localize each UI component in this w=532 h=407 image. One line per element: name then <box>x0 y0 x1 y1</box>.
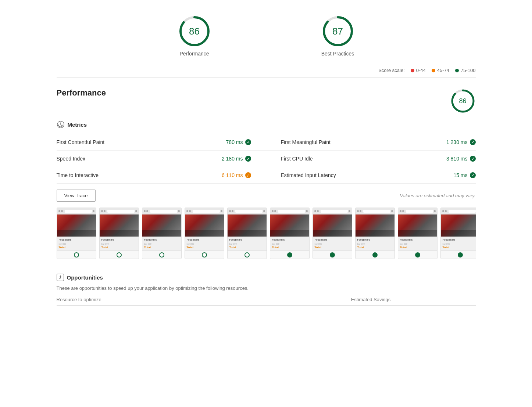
thumb-browser-bar <box>57 208 96 215</box>
si-value: 2 180 ms <box>222 156 251 162</box>
browser-dot <box>61 210 63 212</box>
fmp-value: 1 230 ms <box>446 139 476 145</box>
metrics-heading: Metrics <box>57 120 476 129</box>
red-range: 0-44 <box>416 68 426 73</box>
filmstrip-thumb-6: Foodbikers bar 300 Total 15ms 2000ms <box>270 208 310 259</box>
opp-col-savings: Estimated Savings <box>266 297 476 302</box>
filmstrip-thumb-1: Foodbikers bar 300 Total 15ms 2000ms <box>57 208 96 259</box>
fci-value: 3 810 ms <box>446 156 476 162</box>
metric-first-cpu-idle: First CPU Idle 3 810 ms <box>266 151 476 167</box>
performance-section-title: Performance <box>57 88 106 98</box>
thumb-img <box>57 215 96 237</box>
orange-range: 45-74 <box>437 68 449 73</box>
top-scores: 86 Performance 87 Best Practices <box>57 7 476 68</box>
opportunities-heading: ⤴ Opportunities <box>57 274 476 281</box>
browser-dot <box>58 210 60 212</box>
best-practices-score-label: Best Practices <box>321 51 354 57</box>
fci-label: First CPU Idle <box>281 156 313 162</box>
metric-first-meaningful-paint: First Meaningful Paint 1 230 ms <box>266 134 476 151</box>
metric-first-contentful-paint: First Contentful Paint 780 ms <box>57 134 266 151</box>
eil-label: Estimated Input Latency <box>281 172 336 178</box>
scale-green: 75-100 <box>455 68 475 73</box>
performance-section-score-value: 86 <box>459 97 466 105</box>
browser-dot <box>93 210 94 212</box>
score-scale: Score scale: 0-44 45-74 75-100 <box>57 68 476 78</box>
filmstrip-thumb-9: Foodbikers bar 300 Total 15ms 2000ms <box>398 208 438 259</box>
performance-score-item: 86 Performance <box>178 15 211 57</box>
eil-check-icon <box>470 172 476 178</box>
fcp-label: First Contentful Paint <box>57 139 105 145</box>
fci-check-icon <box>470 156 476 162</box>
metrics-icon <box>57 120 65 129</box>
opp-col-resource: Resource to optimize <box>57 297 266 302</box>
metrics-grid: First Contentful Paint 780 ms Speed Inde… <box>57 134 476 184</box>
filmstrip-thumb-4: Foodbikers bar 300 Total 15ms 2000ms <box>185 208 224 259</box>
trace-row: View Trace Values are estimated and may … <box>57 190 476 202</box>
best-practices-score-value: 87 <box>332 26 343 37</box>
thumb-browser-bar <box>100 208 139 215</box>
fcp-check-icon <box>245 139 251 145</box>
si-label: Speed Index <box>57 156 86 162</box>
performance-section-header: Performance 86 <box>57 88 476 114</box>
filmstrip-thumb-10: Foodbikers bar 300 Total 15ms 2000ms <box>440 208 476 259</box>
performance-circle: 86 <box>178 15 211 48</box>
opp-table-header: Resource to optimize Estimated Savings <box>57 297 476 306</box>
filmstrip-thumb-3: Foodbikers bar 300 Total 15ms 2000ms <box>142 208 182 259</box>
filmstrip-thumb-2: Foodbikers bar 300 Total 15ms 2000ms <box>99 208 139 259</box>
si-check-icon <box>245 156 251 162</box>
scale-orange: 45-74 <box>432 68 449 73</box>
eil-value: 15 ms <box>453 172 475 178</box>
fmp-check-icon <box>470 139 476 145</box>
filmstrip-thumb-8: Foodbikers bar 300 Total 15ms 2000ms <box>355 208 395 259</box>
thumb-footer <box>100 251 139 259</box>
red-dot <box>411 69 414 72</box>
metrics-right-col: First Meaningful Paint 1 230 ms First CP… <box>266 134 476 184</box>
page-wrapper: 86 Performance 87 Best Practices Score s… <box>46 0 487 313</box>
filmstrip: Foodbikers bar 300 Total 15ms 2000ms Foo… <box>57 208 476 263</box>
metric-estimated-input-latency: Estimated Input Latency 15 ms <box>266 167 476 184</box>
filmstrip-thumb-7: Foodbikers bar 300 Total 15ms 2000ms <box>313 208 352 259</box>
opportunities-heading-label: Opportunities <box>67 274 103 281</box>
green-range: 75-100 <box>461 68 475 73</box>
tti-warning-icon <box>245 172 251 178</box>
best-practices-circle: 87 <box>321 15 354 48</box>
thumb-footer <box>57 251 96 259</box>
filmstrip-thumb-5: Foodbikers bar 300 Total 15ms 2000ms <box>227 208 267 259</box>
opportunities-section: ⤴ Opportunities These are opportunities … <box>57 274 476 306</box>
thumb-indicator <box>74 252 79 257</box>
fcp-value: 780 ms <box>226 139 251 145</box>
metric-time-to-interactive: Time to Interactive 6 110 ms <box>57 167 266 184</box>
view-trace-button[interactable]: View Trace <box>57 190 96 202</box>
opportunities-description: These are opportunities to speed up your… <box>57 285 476 291</box>
opportunities-icon: ⤴ <box>57 274 64 281</box>
metrics-heading-label: Metrics <box>68 122 87 128</box>
tti-label: Time to Interactive <box>57 172 99 178</box>
fmp-label: First Meaningful Paint <box>281 139 331 145</box>
performance-score-label: Performance <box>179 51 209 57</box>
best-practices-score-item: 87 Best Practices <box>321 15 354 57</box>
performance-section-circle: 86 <box>450 88 476 114</box>
disclaimer-text: Values are estimated and may vary. <box>400 193 476 198</box>
thumb-indicator <box>117 252 122 257</box>
score-scale-label: Score scale: <box>378 68 405 73</box>
green-dot <box>455 69 459 72</box>
metric-speed-index: Speed Index 2 180 ms <box>57 151 266 167</box>
performance-score-value: 86 <box>189 26 200 37</box>
orange-dot <box>432 69 435 72</box>
metrics-left-col: First Contentful Paint 780 ms Speed Inde… <box>57 134 266 184</box>
scale-red: 0-44 <box>411 68 426 73</box>
thumb-img <box>100 215 139 237</box>
tti-value: 6 110 ms <box>222 172 251 178</box>
